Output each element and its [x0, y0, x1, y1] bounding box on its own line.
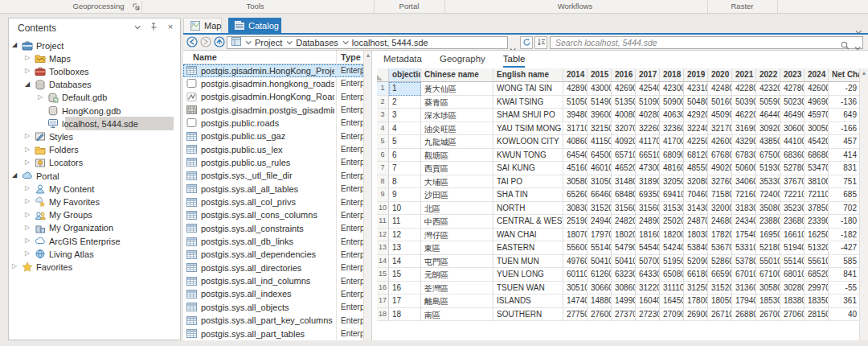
column-header-type[interactable]: Type: [341, 52, 361, 62]
table-cell[interactable]: 510900: [636, 96, 660, 109]
table-cell[interactable]: 462200: [732, 109, 756, 122]
table-cell[interactable]: 深水埗區: [421, 109, 493, 122]
table-cell[interactable]: 632300: [612, 268, 636, 282]
table-cell[interactable]: 685200: [805, 268, 829, 282]
table-cell[interactable]: 438500: [756, 135, 780, 149]
catalog-list-item[interactable]: postgis.gisadmin.hongkong_roadsEnterpris…: [183, 77, 363, 90]
table-cell[interactable]: 178200: [708, 229, 732, 242]
tree-item-maps[interactable]: ▷Maps: [9, 52, 180, 65]
table-cell[interactable]: TUEN MUN: [493, 255, 563, 269]
table-cell[interactable]: 314300: [684, 202, 708, 216]
table-cell[interactable]: 409200: [612, 135, 636, 149]
table-cell[interactable]: 704600: [684, 188, 708, 202]
table-cell[interactable]: 270900: [660, 308, 684, 322]
table-cell[interactable]: 175400: [732, 229, 756, 242]
table-cell[interactable]: 葵青區: [421, 96, 493, 109]
table-cell[interactable]: 504100: [588, 255, 612, 269]
table-cell[interactable]: 油尖旺區: [421, 122, 493, 136]
table-cell[interactable]: 182000: [660, 229, 684, 242]
pane-options-chevron-icon[interactable]: [132, 22, 141, 31]
table-cell[interactable]: 649: [829, 109, 859, 122]
table-row[interactable]: 33深水埗區SHAM SHUI PO3948003960004008004028…: [377, 109, 859, 122]
table-cell[interactable]: 507000: [636, 255, 660, 269]
table-cell[interactable]: 396000: [588, 109, 612, 122]
table-cell[interactable]: 322400: [684, 122, 708, 136]
table-cell[interactable]: 大埔區: [421, 175, 493, 189]
table-cell[interactable]: 402800: [636, 109, 660, 122]
breadcrumb-segment-databases[interactable]: Databases: [296, 38, 338, 47]
table-cell[interactable]: 北區: [421, 202, 493, 216]
table-cell[interactable]: 觀塘區: [421, 149, 493, 163]
table-cell[interactable]: 502300: [780, 96, 805, 109]
table-cell[interactable]: 665900: [708, 268, 732, 282]
table-cell[interactable]: 308300: [563, 202, 588, 216]
table-cell[interactable]: 8: [389, 175, 421, 189]
catalog-list-item[interactable]: postgis.sys.all_dependenciesEnterprise: [183, 249, 363, 262]
table-cell[interactable]: 九龍城區: [421, 135, 493, 149]
table-cell[interactable]: 353300: [756, 175, 780, 189]
table-cell[interactable]: 426000: [708, 135, 732, 149]
table-cell[interactable]: YUEN LONG: [493, 268, 563, 282]
tree-item-localhost-5444-sde[interactable]: localhost, 5444.sde: [9, 117, 180, 130]
table-cell[interactable]: 612600: [588, 268, 612, 282]
table-cell[interactable]: 423000: [660, 82, 684, 96]
table-cell[interactable]: 519500: [660, 255, 684, 269]
table-cell[interactable]: 457: [829, 135, 859, 149]
chevron-down-icon[interactable]: [343, 39, 349, 44]
column-header-chinese-name[interactable]: Chinese name: [421, 68, 493, 82]
table-cell[interactable]: 460100: [588, 162, 612, 175]
table-cell[interactable]: 694100: [660, 188, 684, 202]
column-header-2024[interactable]: 2024: [805, 68, 829, 82]
table-cell[interactable]: 243400: [732, 215, 756, 229]
table-cell[interactable]: WONG TAI SIN: [493, 82, 563, 96]
table-cell[interactable]: 490200: [708, 162, 732, 175]
table-cell[interactable]: 305800: [563, 175, 588, 189]
table-cell[interactable]: 661800: [684, 268, 708, 282]
tree-item-default-gdb[interactable]: ▷Default.gdb: [9, 92, 180, 105]
table-cell[interactable]: 元朗區: [421, 268, 493, 282]
scroll-up-arrow-icon[interactable]: ▲: [365, 52, 371, 59]
row-number-cell[interactable]: 9: [377, 188, 389, 202]
table-cell[interactable]: 585: [829, 255, 859, 269]
table-cell[interactable]: 722100: [780, 188, 805, 202]
table-cell[interactable]: 238800: [756, 215, 780, 229]
table-cell[interactable]: 320800: [684, 175, 708, 189]
expand-arrow-icon[interactable]: ◢: [12, 41, 20, 48]
table-cell[interactable]: 473000: [636, 162, 660, 175]
table-cell[interactable]: 411500: [588, 135, 612, 149]
column-header-2022[interactable]: 2022: [756, 68, 780, 82]
tree-item-my-organization[interactable]: ▷My Organization: [9, 222, 180, 235]
table-cell[interactable]: 464400: [756, 109, 780, 122]
list-scrollbar[interactable]: ▲: [363, 51, 371, 340]
table-cell[interactable]: 315300: [660, 202, 684, 216]
table-cell[interactable]: 551400: [780, 255, 805, 269]
column-header-2021[interactable]: 2021: [732, 68, 756, 82]
collapse-arrow-icon[interactable]: ▷: [25, 159, 33, 166]
tree-item-locators[interactable]: ▷Locators: [9, 157, 180, 170]
table-cell[interactable]: 南區: [421, 308, 493, 322]
tab-close-icon[interactable]: ×: [285, 21, 289, 30]
table-cell[interactable]: KWAI TSING: [493, 96, 563, 109]
tree-item-arcgis-enterprise[interactable]: ▷ArcGIS Enterprise: [9, 235, 180, 248]
table-cell[interactable]: 510500: [563, 96, 588, 109]
table-cell[interactable]: 427800: [780, 82, 805, 96]
table-cell[interactable]: 185300: [756, 295, 780, 308]
table-cell[interactable]: 179700: [588, 229, 612, 242]
row-number-cell[interactable]: 11: [377, 215, 389, 229]
table-cell[interactable]: 314800: [612, 175, 636, 189]
table-cell[interactable]: WAN CHAI: [493, 229, 563, 242]
table-cell[interactable]: 664600: [588, 188, 612, 202]
collapse-arrow-icon[interactable]: ▷: [25, 249, 33, 257]
table-cell[interactable]: 514900: [588, 96, 612, 109]
table-cell[interactable]: 321500: [588, 122, 612, 136]
table-cell[interactable]: 425400: [636, 82, 660, 96]
collapse-arrow-icon[interactable]: ▷: [25, 54, 33, 61]
table-cell[interactable]: 534700: [805, 162, 829, 175]
table-cell[interactable]: 464900: [780, 109, 805, 122]
table-cell[interactable]: ISLANDS: [493, 295, 563, 308]
table-cell[interactable]: 269000: [684, 308, 708, 322]
preview-tab-table[interactable]: Table: [503, 54, 526, 68]
table-cell[interactable]: 248700: [684, 215, 708, 229]
table-cell[interactable]: 702: [829, 202, 859, 216]
row-number-cell[interactable]: 16: [377, 282, 389, 295]
